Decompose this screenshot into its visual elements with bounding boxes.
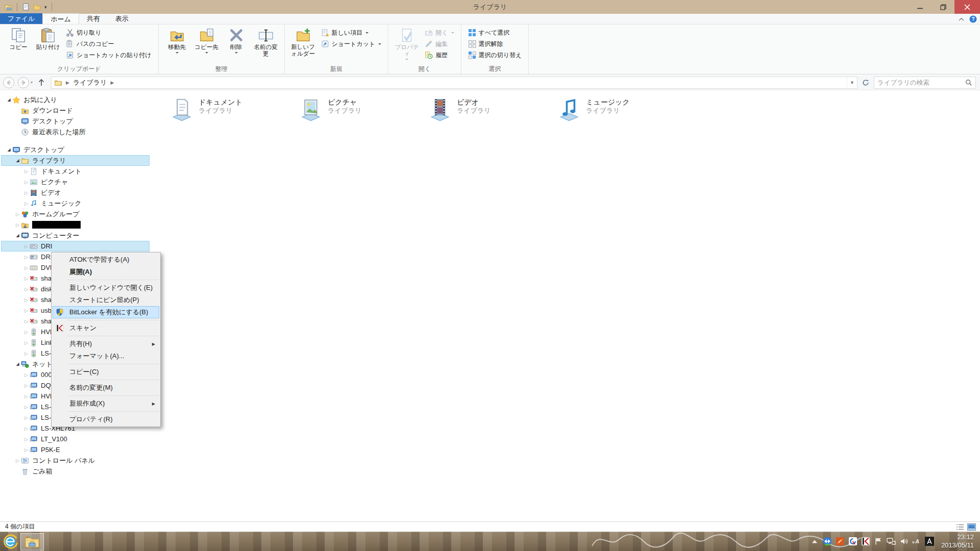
taskbar-clock[interactable]: 23:12 2013/05/11: [934, 533, 980, 549]
search-input[interactable]: [874, 79, 965, 86]
tree-item[interactable]: 最近表示した場所: [1, 127, 150, 137]
ribbon-button[interactable]: 新しい項目: [318, 27, 384, 38]
expander-closed-icon[interactable]: ▷: [23, 276, 30, 281]
ribbon-button[interactable]: 選択の切り替え: [465, 49, 525, 61]
expander-closed-icon[interactable]: ▷: [23, 383, 30, 388]
context-menu-item[interactable]: 新規作成(X)▶: [53, 397, 159, 410]
expander-closed-icon[interactable]: ▷: [14, 212, 21, 217]
context-menu-item[interactable]: 新しいウィンドウで開く(E): [53, 282, 159, 294]
tree-item[interactable]: ▷ピクチャ: [1, 177, 150, 187]
tree-item[interactable]: ◢デスクトップ: [1, 144, 150, 155]
ribbon-button[interactable]: 名前の変更: [252, 26, 280, 57]
search-icon[interactable]: [965, 79, 975, 86]
expander-closed-icon[interactable]: ▷: [14, 458, 21, 463]
ribbon-button[interactable]: コピー: [4, 26, 33, 51]
minimize-button[interactable]: [909, 0, 932, 14]
details-view-icon[interactable]: [956, 523, 964, 531]
ribbon-button[interactable]: 削除: [222, 26, 251, 55]
qat-new-folder-icon[interactable]: [32, 2, 41, 12]
atok-a-icon[interactable]: [925, 537, 934, 546]
taskbar-ie-icon[interactable]: [0, 532, 20, 551]
atok-xa-icon[interactable]: xA: [912, 537, 921, 546]
tree-item[interactable]: ▷ミュージック: [1, 198, 150, 209]
expander-closed-icon[interactable]: ▷: [23, 180, 30, 185]
forward-button[interactable]: [17, 77, 30, 89]
context-menu-item[interactable]: 展開(A): [53, 266, 159, 278]
recent-locations-chevron-icon[interactable]: ▾: [31, 80, 33, 85]
ribbon-button[interactable]: パスのコピー: [63, 38, 154, 49]
tree-item[interactable]: ◢お気に入り: [1, 94, 150, 105]
qat-properties-icon[interactable]: [21, 2, 30, 12]
expander-closed-icon[interactable]: ▷: [23, 308, 30, 313]
breadcrumb[interactable]: ライブラリ: [73, 78, 107, 87]
expander-closed-icon[interactable]: ▷: [23, 372, 30, 378]
ribbon-button[interactable]: 新しいフォルダー: [289, 26, 317, 57]
context-menu-item[interactable]: フォーマット(A)...: [53, 350, 159, 362]
expander-closed-icon[interactable]: ▷: [23, 351, 30, 356]
address-bar[interactable]: ▶ ライブラリ ▶ ▼: [51, 77, 857, 89]
ribbon-button[interactable]: ショートカットの貼り付け: [63, 49, 154, 61]
tree-item[interactable]: ▷P5K-E: [1, 444, 150, 455]
ribbon-button[interactable]: 履歴: [422, 49, 456, 61]
action-center-flag-icon[interactable]: [874, 537, 883, 546]
context-menu-item[interactable]: コピー(C): [53, 366, 159, 378]
expander-closed-icon[interactable]: ▷: [23, 405, 30, 410]
context-menu-item[interactable]: スタートにピン留め(P): [53, 294, 159, 306]
tree-item[interactable]: ごみ箱: [1, 466, 150, 477]
expander-open-icon[interactable]: ◢: [14, 362, 21, 366]
restore-button[interactable]: [932, 0, 954, 14]
ribbon-button[interactable]: ショートカット: [318, 38, 384, 49]
tree-item[interactable]: ◢コンピューター: [1, 230, 150, 241]
context-menu-item[interactable]: ATOKで学習する(A): [53, 254, 159, 266]
tray-expand-icon[interactable]: [810, 537, 819, 546]
context-menu-item[interactable]: 共有(H)▶: [53, 338, 159, 350]
context-menu-item[interactable]: スキャン: [53, 322, 159, 334]
kaspersky-tray-icon[interactable]: [861, 537, 870, 546]
up-button[interactable]: [35, 77, 47, 89]
tree-item[interactable]: ▷LT_V100: [1, 434, 150, 444]
expander-closed-icon[interactable]: ▷: [23, 437, 30, 442]
tree-item[interactable]: デスクトップ: [1, 116, 150, 127]
library-tile[interactable]: ビデオライブラリ: [427, 96, 556, 123]
expander-closed-icon[interactable]: ▷: [23, 297, 30, 303]
ribbon-button[interactable]: すべて選択: [465, 27, 525, 38]
tab-home[interactable]: ホーム: [42, 13, 79, 24]
tab-file[interactable]: ファイル: [0, 13, 42, 24]
tree-item[interactable]: ▷ホームグループ: [1, 209, 150, 219]
tree-item[interactable]: ▷ドキュメント: [1, 166, 150, 177]
app-orange-icon[interactable]: [836, 537, 845, 546]
expander-open-icon[interactable]: ◢: [14, 158, 21, 163]
expander-open-icon[interactable]: ◢: [14, 233, 21, 238]
expander-closed-icon[interactable]: ▷: [23, 287, 30, 292]
refresh-button[interactable]: [859, 77, 872, 89]
tab-view[interactable]: 表示: [108, 13, 136, 24]
library-tile[interactable]: ミュージックライブラリ: [556, 96, 685, 123]
large-icons-view-icon[interactable]: [967, 523, 976, 531]
teamviewer-icon[interactable]: [823, 537, 832, 546]
expander-open-icon[interactable]: ◢: [6, 147, 12, 152]
expander-closed-icon[interactable]: ▷: [23, 394, 30, 399]
volume-icon[interactable]: [899, 537, 909, 546]
expander-closed-icon[interactable]: ▷: [23, 415, 30, 420]
expander-closed-icon[interactable]: ▷: [23, 340, 30, 345]
app-blue-red-icon[interactable]: [848, 537, 857, 546]
expander-closed-icon[interactable]: ▷: [23, 201, 30, 206]
breadcrumb-chevron-icon[interactable]: ▶: [110, 80, 114, 85]
ribbon-button[interactable]: 切り取り: [63, 27, 154, 38]
expander-closed-icon[interactable]: ▷: [23, 426, 30, 431]
expander-closed-icon[interactable]: ▷: [23, 244, 30, 249]
expander-closed-icon[interactable]: ▷: [23, 190, 30, 195]
tree-item[interactable]: ▷ビデオ: [1, 187, 150, 198]
help-icon[interactable]: ?: [969, 15, 977, 23]
taskbar-explorer-button[interactable]: [20, 533, 44, 550]
library-tile[interactable]: ピクチャライブラリ: [298, 96, 427, 123]
context-menu-item[interactable]: BitLocker を有効にする(B): [53, 306, 159, 318]
expander-closed-icon[interactable]: ▷: [23, 319, 30, 324]
expander-closed-icon[interactable]: ▷: [14, 222, 21, 228]
expander-closed-icon[interactable]: ▷: [23, 330, 30, 335]
ribbon-button[interactable]: 選択解除: [465, 38, 525, 49]
tree-item[interactable]: ◢ライブラリ: [1, 155, 150, 166]
qat-customize-chevron-icon[interactable]: ▾: [43, 5, 48, 10]
expander-open-icon[interactable]: ◢: [6, 97, 12, 102]
expander-closed-icon[interactable]: ▷: [23, 255, 30, 260]
